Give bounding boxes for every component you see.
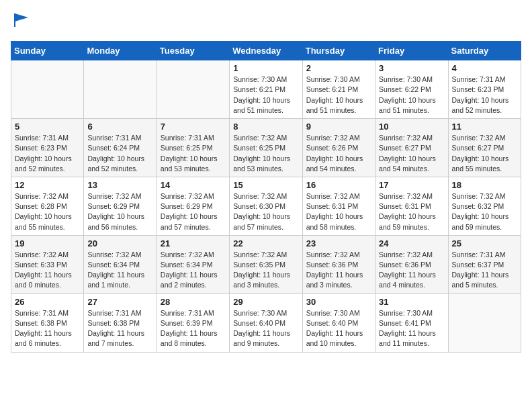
calendar-cell: 2Sunrise: 7:30 AM Sunset: 6:21 PM Daylig… xyxy=(302,60,375,119)
day-number: 29 xyxy=(233,297,298,307)
day-number: 16 xyxy=(306,180,371,190)
day-number: 14 xyxy=(161,180,226,190)
day-info: Sunrise: 7:31 AM Sunset: 6:23 PM Dayligh… xyxy=(452,75,517,116)
calendar-cell: 22Sunrise: 7:32 AM Sunset: 6:35 PM Dayli… xyxy=(230,235,302,293)
week-row-3: 12Sunrise: 7:32 AM Sunset: 6:28 PM Dayli… xyxy=(11,177,521,235)
calendar-cell: 27Sunrise: 7:31 AM Sunset: 6:38 PM Dayli… xyxy=(84,293,157,352)
day-info: Sunrise: 7:32 AM Sunset: 6:34 PM Dayligh… xyxy=(161,250,226,291)
calendar-cell: 7Sunrise: 7:31 AM Sunset: 6:25 PM Daylig… xyxy=(157,119,229,177)
calendar-cell: 14Sunrise: 7:32 AM Sunset: 6:29 PM Dayli… xyxy=(157,177,229,235)
day-number: 8 xyxy=(233,122,298,132)
weekday-tuesday: Tuesday xyxy=(157,42,229,60)
day-number: 5 xyxy=(15,122,80,132)
day-info: Sunrise: 7:31 AM Sunset: 6:24 PM Dayligh… xyxy=(87,133,152,174)
calendar-cell: 9Sunrise: 7:32 AM Sunset: 6:26 PM Daylig… xyxy=(302,119,375,177)
day-info: Sunrise: 7:31 AM Sunset: 6:37 PM Dayligh… xyxy=(452,250,517,291)
day-info: Sunrise: 7:31 AM Sunset: 6:38 PM Dayligh… xyxy=(87,308,152,349)
day-number: 22 xyxy=(233,238,298,248)
day-number: 9 xyxy=(306,122,371,132)
day-number: 6 xyxy=(87,122,152,132)
day-info: Sunrise: 7:32 AM Sunset: 6:32 PM Dayligh… xyxy=(452,191,517,232)
calendar-table: SundayMondayTuesdayWednesdayThursdayFrid… xyxy=(11,41,521,352)
day-info: Sunrise: 7:32 AM Sunset: 6:28 PM Dayligh… xyxy=(15,191,80,232)
calendar-cell: 31Sunrise: 7:30 AM Sunset: 6:41 PM Dayli… xyxy=(375,293,448,352)
calendar-cell xyxy=(84,60,157,119)
day-info: Sunrise: 7:32 AM Sunset: 6:27 PM Dayligh… xyxy=(379,133,444,174)
day-info: Sunrise: 7:32 AM Sunset: 6:33 PM Dayligh… xyxy=(15,250,80,291)
calendar-cell: 30Sunrise: 7:30 AM Sunset: 6:40 PM Dayli… xyxy=(302,293,375,352)
day-number: 27 xyxy=(87,297,152,307)
day-number: 10 xyxy=(379,122,444,132)
day-info: Sunrise: 7:30 AM Sunset: 6:22 PM Dayligh… xyxy=(379,75,444,116)
day-number: 26 xyxy=(15,297,80,307)
day-info: Sunrise: 7:31 AM Sunset: 6:38 PM Dayligh… xyxy=(15,308,80,349)
week-row-4: 19Sunrise: 7:32 AM Sunset: 6:33 PM Dayli… xyxy=(11,235,521,293)
logo-flag-icon xyxy=(12,11,31,30)
day-info: Sunrise: 7:30 AM Sunset: 6:40 PM Dayligh… xyxy=(233,308,298,349)
day-info: Sunrise: 7:32 AM Sunset: 6:30 PM Dayligh… xyxy=(233,191,298,232)
day-info: Sunrise: 7:32 AM Sunset: 6:34 PM Dayligh… xyxy=(87,250,152,291)
day-info: Sunrise: 7:31 AM Sunset: 6:23 PM Dayligh… xyxy=(15,133,80,174)
day-info: Sunrise: 7:32 AM Sunset: 6:25 PM Dayligh… xyxy=(233,133,298,174)
calendar-body: 1Sunrise: 7:30 AM Sunset: 6:21 PM Daylig… xyxy=(11,60,521,352)
calendar-cell: 24Sunrise: 7:32 AM Sunset: 6:36 PM Dayli… xyxy=(375,235,448,293)
calendar-cell: 23Sunrise: 7:32 AM Sunset: 6:36 PM Dayli… xyxy=(302,235,375,293)
day-number: 28 xyxy=(161,297,226,307)
day-number: 17 xyxy=(379,180,444,190)
day-info: Sunrise: 7:30 AM Sunset: 6:21 PM Dayligh… xyxy=(233,75,298,116)
day-info: Sunrise: 7:31 AM Sunset: 6:39 PM Dayligh… xyxy=(161,308,226,349)
calendar-cell: 6Sunrise: 7:31 AM Sunset: 6:24 PM Daylig… xyxy=(84,119,157,177)
weekday-saturday: Saturday xyxy=(448,42,521,60)
calendar-cell: 11Sunrise: 7:32 AM Sunset: 6:27 PM Dayli… xyxy=(448,119,521,177)
weekday-header-row: SundayMondayTuesdayWednesdayThursdayFrid… xyxy=(11,42,521,60)
week-row-1: 1Sunrise: 7:30 AM Sunset: 6:21 PM Daylig… xyxy=(11,60,521,119)
day-info: Sunrise: 7:31 AM Sunset: 6:25 PM Dayligh… xyxy=(161,133,226,174)
day-info: Sunrise: 7:32 AM Sunset: 6:29 PM Dayligh… xyxy=(87,191,152,232)
day-number: 4 xyxy=(452,63,517,73)
calendar-cell: 15Sunrise: 7:32 AM Sunset: 6:30 PM Dayli… xyxy=(230,177,302,235)
calendar-cell: 26Sunrise: 7:31 AM Sunset: 6:38 PM Dayli… xyxy=(11,293,84,352)
day-info: Sunrise: 7:30 AM Sunset: 6:41 PM Dayligh… xyxy=(379,308,444,349)
day-number: 3 xyxy=(379,63,444,73)
day-number: 18 xyxy=(452,180,517,190)
weekday-friday: Friday xyxy=(375,42,448,60)
calendar-cell: 13Sunrise: 7:32 AM Sunset: 6:29 PM Dayli… xyxy=(84,177,157,235)
calendar-cell: 4Sunrise: 7:31 AM Sunset: 6:23 PM Daylig… xyxy=(448,60,521,119)
svg-marker-0 xyxy=(15,13,28,21)
day-number: 23 xyxy=(306,238,371,248)
calendar-cell: 20Sunrise: 7:32 AM Sunset: 6:34 PM Dayli… xyxy=(84,235,157,293)
day-info: Sunrise: 7:32 AM Sunset: 6:36 PM Dayligh… xyxy=(306,250,371,291)
day-number: 7 xyxy=(161,122,226,132)
day-number: 19 xyxy=(15,238,80,248)
week-row-5: 26Sunrise: 7:31 AM Sunset: 6:38 PM Dayli… xyxy=(11,293,521,352)
calendar-cell: 1Sunrise: 7:30 AM Sunset: 6:21 PM Daylig… xyxy=(230,60,302,119)
weekday-monday: Monday xyxy=(84,42,157,60)
calendar-cell: 8Sunrise: 7:32 AM Sunset: 6:25 PM Daylig… xyxy=(230,119,302,177)
day-number: 12 xyxy=(15,180,80,190)
day-info: Sunrise: 7:32 AM Sunset: 6:26 PM Dayligh… xyxy=(306,133,371,174)
calendar-cell: 12Sunrise: 7:32 AM Sunset: 6:28 PM Dayli… xyxy=(11,177,84,235)
calendar-cell: 10Sunrise: 7:32 AM Sunset: 6:27 PM Dayli… xyxy=(375,119,448,177)
day-info: Sunrise: 7:32 AM Sunset: 6:31 PM Dayligh… xyxy=(379,191,444,232)
calendar-cell: 18Sunrise: 7:32 AM Sunset: 6:32 PM Dayli… xyxy=(448,177,521,235)
weekday-thursday: Thursday xyxy=(302,42,375,60)
day-number: 15 xyxy=(233,180,298,190)
day-number: 31 xyxy=(379,297,444,307)
day-info: Sunrise: 7:30 AM Sunset: 6:21 PM Dayligh… xyxy=(306,75,371,116)
page-header xyxy=(11,11,521,33)
svg-rect-1 xyxy=(14,13,15,27)
day-info: Sunrise: 7:32 AM Sunset: 6:36 PM Dayligh… xyxy=(379,250,444,291)
day-number: 30 xyxy=(306,297,371,307)
weekday-sunday: Sunday xyxy=(11,42,84,60)
calendar-cell xyxy=(448,293,521,352)
calendar-cell: 28Sunrise: 7:31 AM Sunset: 6:39 PM Dayli… xyxy=(157,293,229,352)
week-row-2: 5Sunrise: 7:31 AM Sunset: 6:23 PM Daylig… xyxy=(11,119,521,177)
calendar-cell: 25Sunrise: 7:31 AM Sunset: 6:37 PM Dayli… xyxy=(448,235,521,293)
calendar-cell: 5Sunrise: 7:31 AM Sunset: 6:23 PM Daylig… xyxy=(11,119,84,177)
day-info: Sunrise: 7:32 AM Sunset: 6:31 PM Dayligh… xyxy=(306,191,371,232)
day-info: Sunrise: 7:32 AM Sunset: 6:35 PM Dayligh… xyxy=(233,250,298,291)
day-info: Sunrise: 7:32 AM Sunset: 6:27 PM Dayligh… xyxy=(452,133,517,174)
day-number: 24 xyxy=(379,238,444,248)
calendar-cell: 19Sunrise: 7:32 AM Sunset: 6:33 PM Dayli… xyxy=(11,235,84,293)
weekday-wednesday: Wednesday xyxy=(230,42,302,60)
